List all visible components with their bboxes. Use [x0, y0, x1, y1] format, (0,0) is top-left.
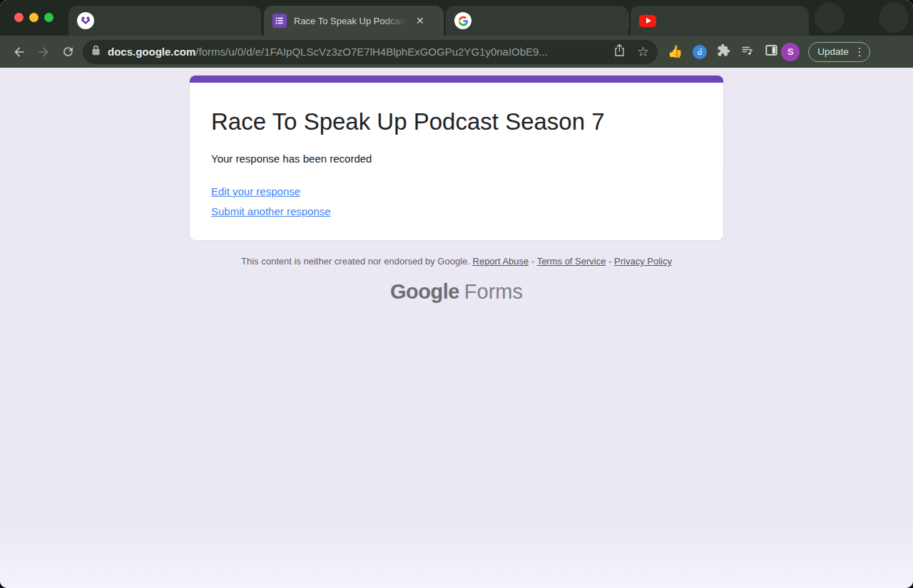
terms-of-service-link[interactable]: Terms of Service	[537, 256, 606, 267]
url-path: /forms/u/0/d/e/1FAIpQLScVz3zO7E7lH4BlphE…	[195, 46, 548, 58]
update-label: Update	[817, 46, 849, 57]
browser-toolbar: docs.google.com/forms/u/0/d/e/1FAIpQLScV…	[0, 36, 913, 68]
tab-strip-circle-button-1[interactable]	[815, 3, 845, 33]
tab-title: Race To Speak Up Podcast	[294, 16, 407, 26]
disclaimer-text: This content is neither created nor endo…	[241, 256, 470, 267]
report-abuse-link[interactable]: Report Abuse	[473, 256, 529, 267]
close-tab-icon[interactable]: ✕	[413, 14, 427, 28]
reload-icon[interactable]	[56, 40, 80, 64]
url-text: docs.google.com/forms/u/0/d/e/1FAIpQLScV…	[108, 46, 605, 58]
profile-avatar[interactable]: S	[781, 43, 800, 61]
lock-icon	[91, 45, 101, 58]
tab-active-race-to-speak-up[interactable]: Race To Speak Up Podcast ✕	[264, 6, 444, 36]
forward-icon[interactable]	[31, 40, 56, 64]
a-badge-extension-icon[interactable]: á	[693, 45, 707, 59]
minimize-window-button[interactable]	[29, 13, 39, 22]
confirmation-message: Your response has been recorded	[211, 153, 702, 165]
tab-strip-circle-button-2[interactable]	[879, 3, 909, 33]
update-button[interactable]: Update ⋮	[808, 42, 870, 62]
back-icon[interactable]	[7, 40, 31, 64]
side-panel-icon[interactable]	[765, 43, 778, 60]
thumbs-up-extension-icon[interactable]: 👍	[668, 46, 683, 58]
google-g-icon	[454, 12, 471, 29]
community-icon	[77, 12, 94, 29]
tab-youtube[interactable]	[631, 6, 809, 36]
more-menu-icon[interactable]: ⋮	[855, 46, 865, 58]
submit-another-response-link[interactable]: Submit another response	[211, 205, 331, 217]
url-host: docs.google.com	[108, 46, 195, 58]
form-response-card: Race To Speak Up Podcast Season 7 Your r…	[189, 75, 724, 241]
footer-disclaimer: This content is neither created nor endo…	[0, 256, 913, 267]
extensions-puzzle-icon[interactable]	[717, 43, 730, 60]
tab-strip-right-buttons	[815, 3, 909, 33]
media-controls-icon[interactable]	[740, 44, 755, 60]
form-theme-bar	[190, 76, 723, 83]
tab-pinned[interactable]	[68, 6, 261, 36]
window-controls	[14, 13, 53, 22]
form-title: Race To Speak Up Podcast Season 7	[211, 108, 702, 135]
extensions-row: 👍 á	[668, 43, 778, 60]
youtube-icon	[639, 15, 656, 27]
share-icon[interactable]	[613, 43, 626, 60]
tab-google[interactable]	[446, 6, 628, 36]
page-viewport: Race To Speak Up Podcast Season 7 Your r…	[0, 68, 913, 588]
bookmark-star-icon[interactable]: ☆	[637, 45, 649, 58]
close-window-button[interactable]	[14, 13, 24, 22]
google-forms-icon	[272, 14, 287, 28]
tab-strip: Race To Speak Up Podcast ✕	[0, 0, 913, 36]
address-bar[interactable]: docs.google.com/forms/u/0/d/e/1FAIpQLScV…	[83, 40, 658, 64]
edit-response-link[interactable]: Edit your response	[211, 185, 300, 197]
logo-google-text: Google	[390, 280, 459, 303]
privacy-policy-link[interactable]: Privacy Policy	[614, 256, 672, 267]
google-forms-logo: GoogleForms	[0, 280, 913, 304]
logo-forms-text: Forms	[464, 280, 523, 303]
zoom-window-button[interactable]	[44, 13, 53, 22]
browser-window: Race To Speak Up Podcast ✕	[0, 0, 913, 588]
